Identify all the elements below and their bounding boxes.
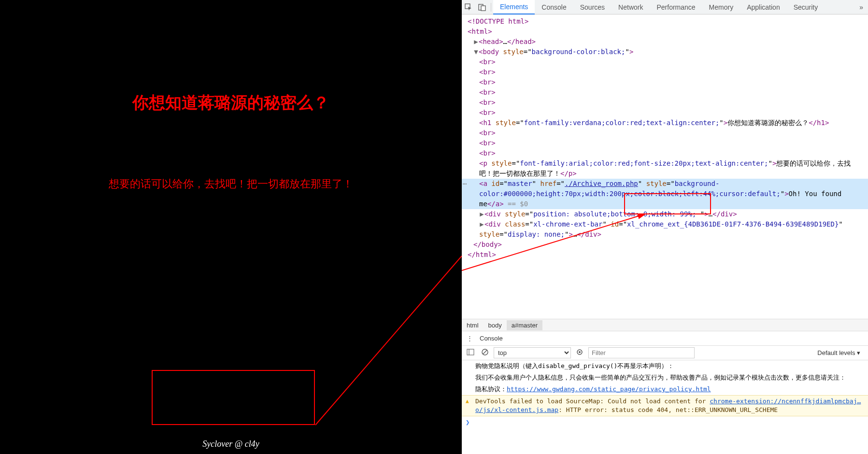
dom-html-open[interactable]: <html> bbox=[468, 28, 492, 35]
dom-html-close[interactable]: </html> bbox=[468, 251, 496, 258]
dom-br[interactable]: <br> bbox=[462, 128, 868, 138]
dom-body-close[interactable]: </body> bbox=[473, 241, 502, 248]
dom-br[interactable]: <br> bbox=[462, 138, 868, 148]
dom-br[interactable]: <br> bbox=[462, 108, 868, 118]
dom-tree[interactable]: <!DOCTYPE html> <html> ▶<head>…</head> ▼… bbox=[462, 14, 868, 319]
devtools-panel: Elements Console Sources Network Perform… bbox=[462, 0, 868, 454]
console-toolbar: top Default levels ▾ bbox=[462, 346, 868, 360]
console-drawer-title[interactable]: Console bbox=[478, 335, 503, 342]
more-tabs-icon[interactable]: » bbox=[854, 3, 868, 11]
toggle-device-icon[interactable] bbox=[475, 3, 489, 11]
console-log-row[interactable]: 我们不会收集用户个人隐私信息，只会收集一些简单的产品交互行为，帮助改善产品，例如… bbox=[462, 372, 868, 383]
crumb-html[interactable]: html bbox=[462, 320, 484, 330]
annotation-box-found-me bbox=[624, 193, 711, 214]
tab-security[interactable]: Security bbox=[787, 0, 825, 14]
page-subtext: 想要的话可以给你，去找吧！把一切都放在那里了！ bbox=[0, 177, 462, 191]
console-filter-input[interactable] bbox=[588, 347, 695, 358]
console-log-row[interactable]: 购物党隐私说明（键入disable_gwd_privacy()不再显示本声明）： bbox=[462, 360, 868, 372]
crumb-body[interactable]: body bbox=[484, 320, 507, 330]
tab-performance[interactable]: Performance bbox=[650, 0, 702, 14]
console-output: 购物党隐私说明（键入disable_gwd_privacy()不再显示本声明）：… bbox=[462, 360, 868, 454]
rendered-page: 你想知道蒋璐源的秘密么？ 想要的话可以给你，去找吧！把一切都放在那里了！ Syc… bbox=[0, 0, 462, 454]
dom-breadcrumb: html body a#master bbox=[462, 319, 868, 331]
console-log-row[interactable]: 隐私协议：https://www.gwdang.com/static_page/… bbox=[462, 383, 868, 395]
tab-network[interactable]: Network bbox=[612, 0, 650, 14]
tab-application[interactable]: Application bbox=[740, 0, 787, 14]
clear-console-icon[interactable] bbox=[479, 347, 491, 358]
expand-arrow-icon[interactable]: ▶ bbox=[473, 37, 479, 47]
dom-doctype[interactable]: <!DOCTYPE html> bbox=[468, 17, 528, 25]
dom-br[interactable]: <br> bbox=[462, 77, 868, 87]
inspect-element-icon[interactable] bbox=[462, 3, 475, 11]
svg-line-8 bbox=[483, 350, 487, 354]
dom-div-ext[interactable]: ▶<div class="xl-chrome-ext-bar" id="xl_c… bbox=[462, 219, 868, 240]
dom-br[interactable]: <br> bbox=[462, 67, 868, 77]
page-footer: Syclover @ cl4y bbox=[0, 439, 462, 449]
dom-br[interactable]: <br> bbox=[462, 98, 868, 108]
live-expression-icon[interactable] bbox=[574, 347, 585, 358]
svg-line-0 bbox=[315, 256, 462, 425]
dom-br[interactable]: <br> bbox=[462, 148, 868, 158]
annotation-box-hidden-link bbox=[152, 370, 315, 425]
dom-p[interactable]: <p style="font-family:arial;color:red;fo… bbox=[462, 158, 868, 179]
svg-rect-5 bbox=[467, 349, 474, 355]
dom-head[interactable]: ▶<head>…</head> bbox=[462, 37, 868, 47]
tab-sources[interactable]: Sources bbox=[573, 0, 612, 14]
tab-memory[interactable]: Memory bbox=[702, 0, 740, 14]
console-sidebar-toggle-icon[interactable] bbox=[465, 347, 476, 358]
console-context-select[interactable]: top bbox=[494, 347, 571, 358]
privacy-link[interactable]: https://www.gwdang.com/static_page/priva… bbox=[507, 385, 711, 393]
console-warning-row[interactable]: DevTools failed to load SourceMap: Could… bbox=[462, 395, 868, 416]
tab-console[interactable]: Console bbox=[535, 0, 573, 14]
console-prompt[interactable]: ❯ bbox=[462, 416, 868, 428]
dom-body-open[interactable]: ▼<body style="background-color:black;"> bbox=[462, 47, 868, 57]
svg-rect-3 bbox=[481, 6, 485, 11]
dom-h1[interactable]: <h1 style="font-family:verdana;color:red… bbox=[462, 118, 868, 128]
dom-br[interactable]: <br> bbox=[462, 87, 868, 98]
tab-elements[interactable]: Elements bbox=[493, 0, 535, 14]
svg-point-10 bbox=[579, 351, 581, 353]
dom-br[interactable]: <br> bbox=[462, 57, 868, 67]
log-levels-select[interactable]: Default levels ▾ bbox=[817, 349, 865, 356]
console-menu-icon[interactable]: ⋮ bbox=[462, 335, 478, 342]
console-drawer-header: ⋮ Console bbox=[462, 331, 868, 346]
page-heading: 你想知道蒋璐源的秘密么？ bbox=[0, 92, 462, 114]
crumb-a-master[interactable]: a#master bbox=[507, 320, 542, 330]
collapse-arrow-icon[interactable]: ▼ bbox=[473, 47, 479, 57]
devtools-tabbar: Elements Console Sources Network Perform… bbox=[462, 0, 868, 14]
